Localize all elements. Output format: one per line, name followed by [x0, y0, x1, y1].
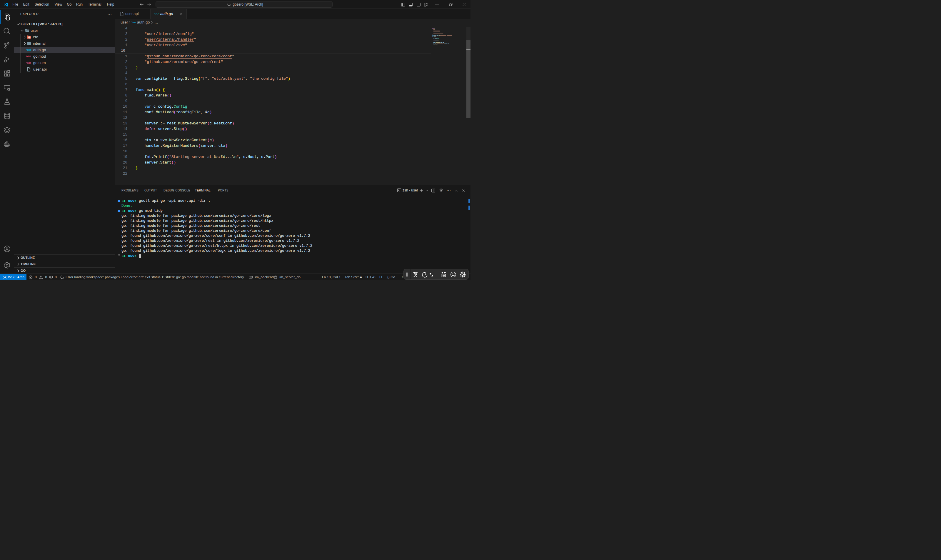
- svg-text:GO: GO: [27, 49, 31, 51]
- svg-text:GO: GO: [155, 12, 158, 15]
- svg-text:GO: GO: [27, 62, 31, 65]
- svg-text:GO: GO: [132, 21, 136, 24]
- svg-text:GO: GO: [27, 55, 31, 58]
